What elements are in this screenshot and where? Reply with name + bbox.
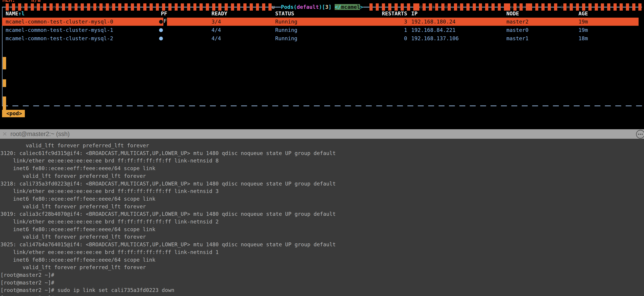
- pod-ready: 3/4: [212, 18, 221, 26]
- breadcrumb: <pod>: [2, 110, 25, 117]
- pf-indicator-dot: [159, 36, 163, 40]
- terminal-pane: ✕ root@master2:~ (ssh) valid_lft forever…: [0, 129, 644, 296]
- column-header-name: NAME↑l: [6, 10, 25, 18]
- breadcrumb-label: <pod>: [6, 110, 22, 116]
- pod-ip: 192.168.84.221: [411, 26, 456, 34]
- pod-restarts: 0: [382, 34, 407, 42]
- pod-node: master0: [506, 26, 528, 34]
- pf-indicator-dot: [159, 20, 163, 24]
- column-header-node: NODE: [506, 10, 519, 18]
- pod-node: master1: [506, 34, 528, 42]
- pod-restarts: 1: [382, 26, 407, 34]
- pane-bottom-border: [2, 106, 644, 106]
- pod-name: mcamel-common-test-cluster-mysql-2: [6, 34, 113, 42]
- terminal-tab-bar: ✕ root@master2:~ (ssh): [0, 129, 644, 139]
- pod-age: 19m: [578, 18, 588, 26]
- memory-value: n/a: [31, 0, 41, 3]
- screenshot-root: MEM: n/a cmlcmo-etcutrmsl0uPods(default)…: [0, 0, 644, 296]
- pod-age: 19m: [578, 26, 588, 34]
- sort-arrow-icon: ↑: [18, 10, 22, 16]
- pod-ready: 4/4: [212, 34, 221, 42]
- column-header-ready: READY: [212, 10, 227, 18]
- pod-ready: 4/4: [212, 26, 221, 34]
- pod-name: mcamel-common-test-cluster-mysql-1: [6, 26, 113, 34]
- pf-cursor: F: [163, 16, 167, 26]
- table-row[interactable]: mcamel-common-test-cluster-mysql-24/4Run…: [0, 34, 644, 42]
- pod-node: master2: [506, 18, 528, 26]
- pf-indicator-dot: [159, 28, 163, 32]
- table-row[interactable]: mcamel-common-test-cluster-mysql-14/4Run…: [0, 26, 644, 34]
- table-row[interactable]: mcamel-common-test-cluster-mysql-0F3/4Ru…: [0, 18, 644, 26]
- pod-status: Running: [275, 18, 297, 26]
- indicator-block: [3, 57, 6, 69]
- indicator-block: [3, 79, 6, 87]
- column-header-ip: IP: [411, 10, 418, 18]
- more-options-icon[interactable]: [636, 130, 644, 139]
- close-icon[interactable]: ✕: [2, 129, 7, 139]
- terminal-output[interactable]: valid_lft forever preferred_lft forever …: [0, 139, 339, 296]
- pane-title: Pods(default)[3] </mcamel>: [281, 4, 363, 10]
- column-header-age: AGE: [578, 10, 588, 18]
- pod-age: 18m: [578, 34, 588, 42]
- pod-table-header: NAME↑lPFREADYSTATUSRESTARTSIPNODEAGE: [0, 10, 644, 18]
- column-header-status: STATUS: [275, 10, 294, 18]
- pod-name: mcamel-common-test-cluster-mysql-0: [6, 18, 113, 26]
- k9s-pods-pane: MEM: n/a cmlcmo-etcutrmsl0uPods(default)…: [0, 0, 644, 129]
- marquee-border: cmlcmo-etcutrmsl0uPods(default)[3] </mca…: [6, 4, 644, 10]
- memory-label: MEM:: [2, 0, 15, 3]
- pod-ip: 192.168.137.106: [411, 34, 459, 42]
- pod-status: Running: [275, 26, 297, 34]
- column-header-restarts: RESTARTS: [382, 10, 407, 18]
- pod-ip: 192.168.180.24: [411, 18, 456, 26]
- pod-status: Running: [275, 34, 297, 42]
- pod-restarts: 3: [382, 18, 407, 26]
- sort-key: l: [22, 10, 25, 16]
- terminal-tab-title[interactable]: root@master2:~ (ssh): [10, 129, 70, 139]
